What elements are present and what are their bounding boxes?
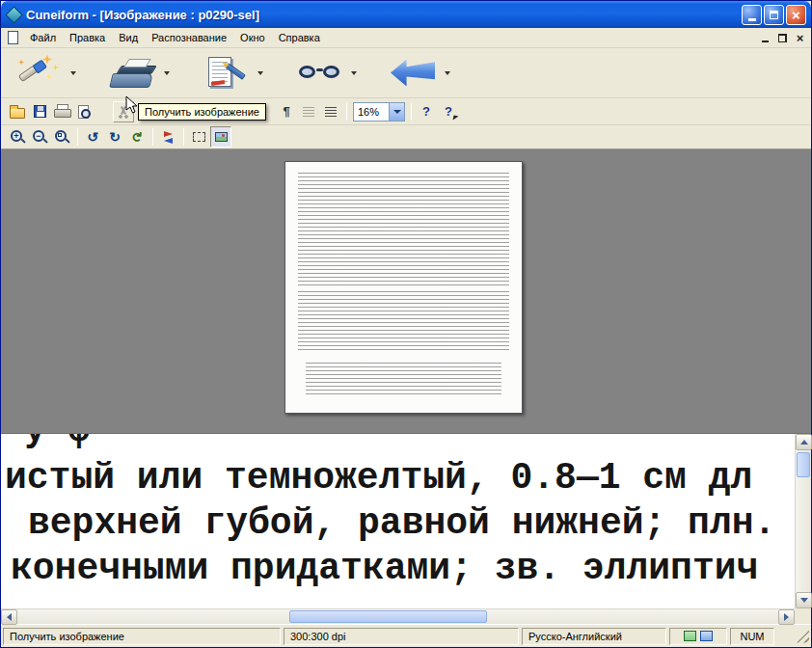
mdi-close-button[interactable]	[792, 31, 808, 45]
open-button[interactable]	[7, 101, 28, 122]
export-arrow-icon	[391, 60, 435, 87]
resize-grip[interactable]	[796, 630, 809, 643]
wizard-dropdown-button[interactable]	[67, 51, 79, 95]
save-button[interactable]	[29, 101, 50, 122]
scroll-down-button[interactable]	[796, 592, 812, 608]
zoom-line-partial: у ф	[1, 434, 795, 455]
wizard-button[interactable]	[11, 51, 67, 95]
printer-icon	[54, 106, 69, 119]
magic-wand-icon	[16, 54, 61, 93]
help-icon	[422, 104, 430, 119]
zoom-in-button[interactable]	[7, 126, 28, 148]
image-icon	[215, 132, 228, 142]
scanner-icon	[108, 54, 156, 93]
format-button[interactable]	[298, 101, 319, 122]
menu-item-file[interactable]: Файл	[23, 30, 63, 45]
document-thumbnail[interactable]	[284, 161, 523, 414]
acquire-image-dropdown-button[interactable]	[160, 51, 173, 95]
verify-button[interactable]	[291, 51, 347, 95]
rotate-left-button[interactable]	[82, 126, 103, 148]
arrow-up-icon	[800, 440, 808, 445]
export-button[interactable]	[385, 51, 441, 95]
zoom-fit-button[interactable]	[51, 126, 72, 148]
scroll-right-button[interactable]	[778, 609, 795, 625]
recognize-page-icon	[203, 54, 248, 93]
mdi-minimize-icon	[762, 40, 769, 42]
arrow-right-icon	[784, 613, 789, 621]
recognize-button[interactable]	[198, 51, 254, 95]
help-button[interactable]	[416, 101, 437, 122]
save-floppy-icon	[34, 105, 46, 118]
status-language: Русско-Английский	[522, 628, 666, 645]
rotate-left-icon	[87, 129, 98, 145]
rotate-180-icon	[129, 131, 145, 143]
horizontal-scroll-thumb[interactable]	[289, 610, 487, 623]
thumbnail-text-block	[306, 363, 501, 395]
mdi-close-icon	[797, 32, 804, 44]
menu-bar: Файл Правка Вид Распознавание Окно Справ…	[1, 28, 811, 48]
layout-button[interactable]	[320, 101, 341, 122]
window-indicator-icon	[700, 631, 713, 641]
thumbnail-text-block	[298, 291, 509, 353]
combo-dropdown-icon[interactable]	[389, 103, 404, 121]
zoom-out-icon	[32, 129, 47, 145]
image-canvas[interactable]	[1, 149, 811, 433]
view-toolbar	[1, 125, 811, 149]
rotate-right-button[interactable]	[104, 126, 125, 148]
menu-item-view[interactable]: Вид	[112, 30, 145, 45]
mdi-restore-button[interactable]	[774, 31, 791, 45]
menu-item-help[interactable]: Справка	[272, 30, 327, 45]
print-preview-button[interactable]	[73, 101, 95, 122]
layout-lines-icon	[325, 107, 337, 117]
swap-view-button[interactable]	[157, 126, 178, 148]
context-help-button[interactable]	[438, 101, 459, 122]
mdi-minimize-button[interactable]	[757, 31, 773, 45]
maximize-button[interactable]	[764, 5, 784, 25]
acquire-image-button[interactable]	[104, 51, 160, 95]
menu-item-recognition[interactable]: Распознавание	[145, 30, 233, 45]
zoom-pane: у ф истый или темножелтый, 0.8—1 см дл в…	[1, 433, 811, 624]
status-num-lock: NUM	[730, 628, 774, 645]
scroll-left-button[interactable]	[1, 609, 17, 625]
scroll-up-button[interactable]	[796, 434, 812, 450]
rotate-right-icon	[109, 129, 121, 145]
image-view-button[interactable]	[210, 126, 231, 148]
minimize-button[interactable]	[742, 5, 762, 25]
vertical-scroll-thumb[interactable]	[797, 452, 810, 477]
verify-dropdown-button[interactable]	[347, 51, 360, 95]
status-bar: Получить изображение 300:300 dpi Русско-…	[1, 624, 811, 647]
format-lines-icon	[303, 107, 314, 117]
zoom-in-icon	[10, 129, 25, 145]
horizontal-scrollbar[interactable]	[1, 608, 795, 624]
select-area-button[interactable]	[188, 126, 209, 148]
open-folder-icon	[10, 108, 25, 119]
mouse-cursor-icon	[125, 95, 138, 114]
zoomed-text-view[interactable]: у ф истый или темножелтый, 0.8—1 см дл в…	[1, 434, 795, 608]
status-dpi: 300:300 dpi	[284, 628, 519, 645]
print-button[interactable]	[51, 101, 72, 122]
swap-arrows-icon	[161, 131, 176, 144]
zoom-fit-icon	[54, 129, 69, 145]
vertical-scrollbar[interactable]	[795, 434, 811, 608]
arrow-left-icon	[7, 613, 12, 621]
toolbar-separator	[183, 128, 184, 146]
table-indicator-icon	[684, 631, 696, 641]
toolbar-separator	[346, 103, 347, 121]
rotate-180-button[interactable]	[126, 126, 148, 148]
app-icon[interactable]	[6, 7, 21, 22]
zoom-out-button[interactable]	[29, 126, 50, 148]
mdi-document-icon[interactable]	[6, 31, 19, 44]
close-button[interactable]	[786, 5, 806, 25]
close-icon	[792, 7, 800, 23]
thumbnail-text-block	[298, 173, 509, 286]
recognize-dropdown-button[interactable]	[254, 51, 266, 95]
title-bar: Cuneiform - [Изображение : p0290-sel]	[1, 1, 811, 28]
minimize-icon	[748, 18, 756, 21]
standard-toolbar: Получить изображение 16%	[1, 98, 811, 125]
menu-item-window[interactable]: Окно	[233, 30, 272, 45]
export-dropdown-button[interactable]	[441, 51, 453, 95]
zoom-line: истый или темножелтый, 0.8—1 см дл	[1, 455, 795, 500]
paragraph-button[interactable]	[276, 101, 297, 122]
menu-item-edit[interactable]: Правка	[63, 30, 112, 45]
zoom-combobox[interactable]: 16%	[353, 102, 405, 122]
